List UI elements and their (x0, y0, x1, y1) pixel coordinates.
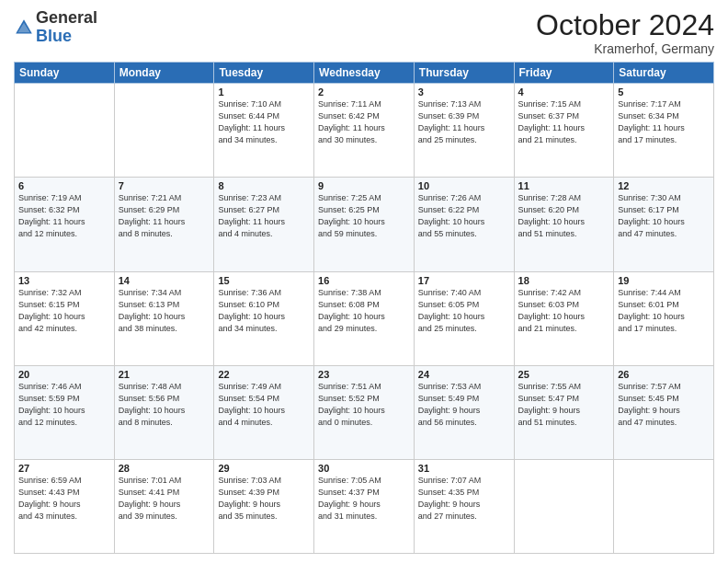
day-number: 1 (218, 86, 310, 98)
day-info: Sunrise: 7:07 AM Sunset: 4:35 PM Dayligh… (418, 475, 510, 523)
calendar-cell: 2Sunrise: 7:11 AM Sunset: 6:42 PM Daylig… (314, 84, 415, 178)
day-number: 13 (18, 275, 110, 286)
calendar-week-3: 20Sunrise: 7:46 AM Sunset: 5:59 PM Dayli… (15, 365, 714, 459)
day-info: Sunrise: 7:28 AM Sunset: 6:20 PM Dayligh… (518, 192, 610, 240)
day-info: Sunrise: 7:36 AM Sunset: 6:10 PM Dayligh… (218, 287, 310, 335)
calendar-cell: 20Sunrise: 7:46 AM Sunset: 5:59 PM Dayli… (15, 365, 115, 459)
day-info: Sunrise: 7:19 AM Sunset: 6:32 PM Dayligh… (18, 192, 110, 240)
calendar-cell: 27Sunrise: 6:59 AM Sunset: 4:43 PM Dayli… (15, 459, 115, 553)
calendar-cell: 18Sunrise: 7:42 AM Sunset: 6:03 PM Dayli… (514, 271, 614, 365)
day-number: 3 (418, 86, 510, 98)
day-number: 25 (518, 369, 610, 380)
calendar-cell: 30Sunrise: 7:05 AM Sunset: 4:37 PM Dayli… (314, 459, 415, 553)
day-number: 11 (518, 180, 610, 191)
calendar-cell: 7Sunrise: 7:21 AM Sunset: 6:29 PM Daylig… (114, 178, 214, 271)
calendar-cell: 8Sunrise: 7:23 AM Sunset: 6:27 PM Daylig… (214, 178, 314, 271)
day-number: 22 (218, 369, 310, 380)
day-number: 27 (18, 463, 110, 474)
calendar-cell: 17Sunrise: 7:40 AM Sunset: 6:05 PM Dayli… (414, 271, 514, 365)
calendar-cell: 26Sunrise: 7:57 AM Sunset: 5:45 PM Dayli… (614, 365, 714, 459)
day-number: 23 (318, 369, 410, 380)
day-number: 21 (119, 369, 210, 380)
day-number: 2 (318, 86, 410, 98)
day-number: 31 (418, 463, 510, 474)
day-number: 18 (518, 275, 610, 286)
day-info: Sunrise: 7:13 AM Sunset: 6:39 PM Dayligh… (418, 98, 510, 146)
day-info: Sunrise: 7:42 AM Sunset: 6:03 PM Dayligh… (518, 287, 610, 335)
day-info: Sunrise: 7:30 AM Sunset: 6:17 PM Dayligh… (618, 192, 710, 240)
calendar-cell: 16Sunrise: 7:38 AM Sunset: 6:08 PM Dayli… (314, 271, 415, 365)
logo-text: General Blue (36, 9, 97, 46)
calendar-cell: 9Sunrise: 7:25 AM Sunset: 6:25 PM Daylig… (314, 178, 415, 271)
day-info: Sunrise: 7:17 AM Sunset: 6:34 PM Dayligh… (618, 98, 710, 146)
calendar-cell: 12Sunrise: 7:30 AM Sunset: 6:17 PM Dayli… (614, 178, 714, 271)
day-number: 28 (119, 463, 210, 474)
header: General Blue October 2024 Kramerhof, Ger… (14, 9, 714, 56)
day-info: Sunrise: 7:34 AM Sunset: 6:13 PM Dayligh… (119, 287, 210, 335)
day-info: Sunrise: 7:11 AM Sunset: 6:42 PM Dayligh… (318, 98, 410, 146)
location: Kramerhof, Germany (536, 41, 714, 56)
calendar-cell: 24Sunrise: 7:53 AM Sunset: 5:49 PM Dayli… (414, 365, 514, 459)
day-info: Sunrise: 7:57 AM Sunset: 5:45 PM Dayligh… (618, 381, 710, 429)
calendar-cell: 5Sunrise: 7:17 AM Sunset: 6:34 PM Daylig… (614, 84, 714, 178)
day-number: 16 (318, 275, 410, 286)
calendar-cell: 4Sunrise: 7:15 AM Sunset: 6:37 PM Daylig… (514, 84, 614, 178)
calendar-cell (114, 84, 214, 178)
calendar-cell: 23Sunrise: 7:51 AM Sunset: 5:52 PM Dayli… (314, 365, 415, 459)
calendar-cell (614, 459, 714, 553)
calendar-cell: 25Sunrise: 7:55 AM Sunset: 5:47 PM Dayli… (514, 365, 614, 459)
logo: General Blue (14, 9, 97, 46)
day-info: Sunrise: 7:53 AM Sunset: 5:49 PM Dayligh… (418, 381, 510, 429)
day-info: Sunrise: 7:44 AM Sunset: 6:01 PM Dayligh… (618, 287, 710, 335)
day-info: Sunrise: 7:26 AM Sunset: 6:22 PM Dayligh… (418, 192, 510, 240)
day-info: Sunrise: 7:46 AM Sunset: 5:59 PM Dayligh… (18, 381, 110, 429)
logo-blue: Blue (36, 27, 72, 45)
calendar-cell: 10Sunrise: 7:26 AM Sunset: 6:22 PM Dayli… (414, 178, 514, 271)
col-thursday: Thursday (414, 63, 514, 84)
day-info: Sunrise: 7:15 AM Sunset: 6:37 PM Dayligh… (518, 98, 610, 146)
day-number: 19 (618, 275, 710, 286)
day-number: 24 (418, 369, 510, 380)
day-number: 7 (119, 180, 210, 191)
calendar-cell: 13Sunrise: 7:32 AM Sunset: 6:15 PM Dayli… (15, 271, 115, 365)
day-info: Sunrise: 7:49 AM Sunset: 5:54 PM Dayligh… (218, 381, 310, 429)
calendar-cell: 31Sunrise: 7:07 AM Sunset: 4:35 PM Dayli… (414, 459, 514, 553)
day-number: 20 (18, 369, 110, 380)
day-number: 26 (618, 369, 710, 380)
calendar-cell: 22Sunrise: 7:49 AM Sunset: 5:54 PM Dayli… (214, 365, 314, 459)
calendar-cell (514, 459, 614, 553)
col-friday: Friday (514, 63, 614, 84)
day-number: 15 (218, 275, 310, 286)
day-info: Sunrise: 7:40 AM Sunset: 6:05 PM Dayligh… (418, 287, 510, 335)
day-info: Sunrise: 7:01 AM Sunset: 4:41 PM Dayligh… (119, 475, 210, 523)
title-block: October 2024 Kramerhof, Germany (536, 9, 714, 56)
col-tuesday: Tuesday (214, 63, 314, 84)
day-info: Sunrise: 7:51 AM Sunset: 5:52 PM Dayligh… (318, 381, 410, 429)
day-number: 6 (18, 180, 110, 191)
col-wednesday: Wednesday (314, 63, 415, 84)
calendar-cell: 29Sunrise: 7:03 AM Sunset: 4:39 PM Dayli… (214, 459, 314, 553)
day-info: Sunrise: 7:32 AM Sunset: 6:15 PM Dayligh… (18, 287, 110, 335)
day-info: Sunrise: 7:48 AM Sunset: 5:56 PM Dayligh… (119, 381, 210, 429)
col-monday: Monday (114, 63, 214, 84)
day-number: 5 (618, 86, 710, 98)
day-info: Sunrise: 7:23 AM Sunset: 6:27 PM Dayligh… (218, 192, 310, 240)
day-number: 30 (318, 463, 410, 474)
calendar-week-2: 13Sunrise: 7:32 AM Sunset: 6:15 PM Dayli… (15, 271, 714, 365)
month-title: October 2024 (536, 9, 714, 41)
calendar-cell: 15Sunrise: 7:36 AM Sunset: 6:10 PM Dayli… (214, 271, 314, 365)
day-number: 12 (618, 180, 710, 191)
day-number: 9 (318, 180, 410, 191)
day-number: 4 (518, 86, 610, 98)
calendar-cell: 11Sunrise: 7:28 AM Sunset: 6:20 PM Dayli… (514, 178, 614, 271)
calendar-cell: 19Sunrise: 7:44 AM Sunset: 6:01 PM Dayli… (614, 271, 714, 365)
calendar-table: Sunday Monday Tuesday Wednesday Thursday… (14, 62, 714, 554)
day-info: Sunrise: 7:25 AM Sunset: 6:25 PM Dayligh… (318, 192, 410, 240)
calendar-week-4: 27Sunrise: 6:59 AM Sunset: 4:43 PM Dayli… (15, 459, 714, 553)
calendar-cell: 1Sunrise: 7:10 AM Sunset: 6:44 PM Daylig… (214, 84, 314, 178)
day-number: 8 (218, 180, 310, 191)
day-number: 17 (418, 275, 510, 286)
day-info: Sunrise: 7:10 AM Sunset: 6:44 PM Dayligh… (218, 98, 310, 146)
calendar-cell: 6Sunrise: 7:19 AM Sunset: 6:32 PM Daylig… (15, 178, 115, 271)
day-number: 29 (218, 463, 310, 474)
